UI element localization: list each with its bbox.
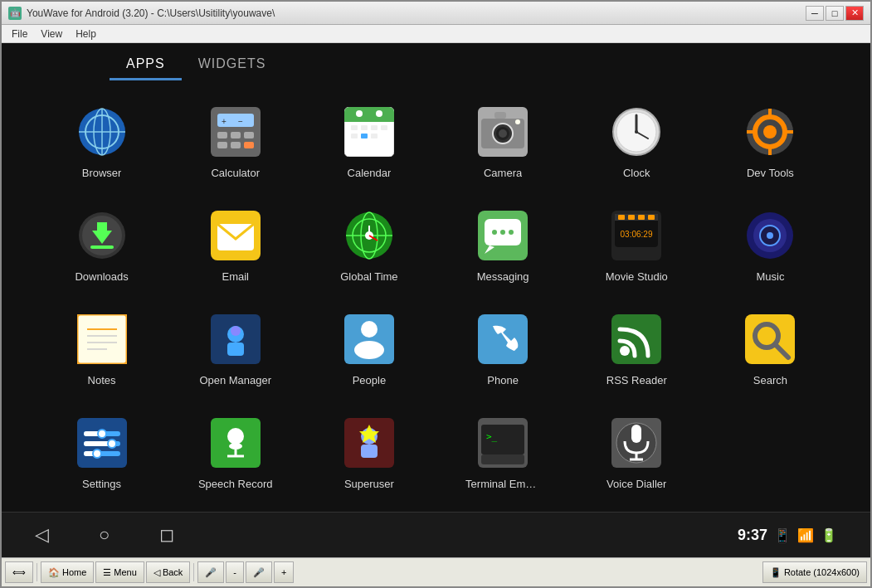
menu-bar: File View Help: [2, 25, 870, 43]
menu-help[interactable]: Help: [69, 27, 103, 41]
back-nav-button[interactable]: ◁: [35, 524, 49, 546]
svg-point-85: [231, 326, 241, 336]
tab-widgets[interactable]: WIDGETS: [182, 50, 283, 80]
taskbar-separator-2: [193, 563, 194, 581]
svg-rect-84: [227, 343, 244, 356]
app-icon-music: [740, 206, 800, 265]
rotate-button[interactable]: 📱 Rotate (1024x600): [762, 561, 867, 583]
app-item-downloads[interactable]: Downloads: [35, 192, 168, 296]
app-item-global-time[interactable]: Global Time: [302, 192, 436, 296]
app-label: Notes: [88, 374, 116, 386]
app-icon-messaging: [473, 206, 533, 265]
app-icon-downloads: [72, 206, 132, 265]
svg-rect-49: [90, 245, 114, 249]
svg-point-91: [620, 346, 630, 356]
app-item-camera[interactable]: Camera: [436, 89, 570, 192]
back-icon: ⟺: [12, 567, 26, 578]
taskbar-mic-plus-button[interactable]: +: [274, 561, 294, 583]
menu-file[interactable]: File: [5, 27, 34, 41]
status-battery-icon: 🔋: [821, 527, 837, 543]
app-item-voice-dialler[interactable]: Voice Dialler: [570, 400, 704, 503]
svg-rect-8: [231, 132, 241, 138]
svg-point-61: [492, 230, 497, 235]
svg-rect-9: [244, 132, 254, 138]
svg-rect-70: [638, 215, 645, 220]
app-label: Downloads: [75, 270, 128, 283]
app-item-terminal-emula...[interactable]: >_Terminal Emula...: [436, 400, 570, 503]
svg-rect-10: [217, 142, 227, 148]
svg-rect-107: [229, 443, 242, 450]
taskbar-mic-minus-button[interactable]: -: [226, 561, 244, 583]
svg-rect-25: [361, 134, 368, 138]
app-item-settings[interactable]: Settings: [35, 400, 168, 503]
svg-text:03:06:29: 03:06:29: [621, 230, 653, 239]
app-label: Voice Dialler: [607, 478, 666, 490]
svg-rect-44: [747, 130, 755, 134]
app-item-notes[interactable]: Notes: [35, 296, 168, 400]
app-icon-calendar: [339, 102, 399, 162]
svg-point-19: [376, 110, 382, 117]
svg-point-38: [635, 130, 638, 134]
title-bar: 🤖 YouWave for Android (3.20) - C:\Users\…: [2, 2, 870, 25]
app-icon-superuser: [339, 413, 399, 473]
taskbar-home-button[interactable]: 🏠 Home: [41, 561, 94, 583]
app-icon-dev-tools: [740, 102, 800, 162]
maximize-button[interactable]: □: [826, 6, 844, 21]
taskbar-back2-button[interactable]: ◁ Back: [146, 561, 190, 583]
home-nav-button[interactable]: ○: [99, 524, 110, 546]
app-item-search[interactable]: Search: [704, 296, 837, 400]
svg-point-101: [108, 440, 116, 448]
app-label: Global Time: [340, 270, 397, 283]
svg-rect-88: [354, 341, 384, 359]
svg-rect-20: [351, 125, 358, 130]
app-item-calculator[interactable]: +−Calculator: [168, 89, 302, 192]
taskbar-mic-icon[interactable]: 🎤: [197, 561, 224, 583]
svg-rect-112: [361, 445, 378, 458]
app-label: Browser: [82, 167, 122, 179]
taskbar-menu-button[interactable]: ☰ Menu: [95, 561, 144, 583]
app-icon-open-manager: [206, 309, 265, 369]
app-label: Speech Record: [198, 478, 273, 490]
home-icon: 🏠: [48, 567, 60, 578]
app-item-email[interactable]: Email: [168, 192, 302, 296]
tab-apps[interactable]: APPS: [110, 50, 182, 80]
app-item-browser[interactable]: Browser: [35, 89, 168, 192]
app-item-clock[interactable]: Clock: [570, 89, 704, 192]
menu-view[interactable]: View: [34, 27, 69, 41]
app-label: Settings: [82, 478, 121, 490]
taskbar-mic-icon2[interactable]: 🎤: [246, 561, 272, 583]
app-item-rss-reader[interactable]: RSS Reader: [570, 296, 704, 400]
app-item-superuser[interactable]: Superuser: [302, 400, 436, 503]
app-icon-people: [339, 309, 399, 369]
app-label: Music: [756, 270, 784, 283]
app-item-open-manager[interactable]: Open Manager: [168, 296, 302, 400]
svg-rect-11: [231, 142, 241, 148]
svg-point-41: [763, 125, 777, 138]
svg-rect-43: [768, 147, 772, 155]
recents-nav-button[interactable]: ◻: [159, 524, 174, 546]
taskbar-back-button[interactable]: ⟺: [5, 561, 33, 583]
app-label: Superuser: [344, 478, 394, 490]
app-item-music[interactable]: Music: [704, 192, 837, 296]
app-label: People: [353, 374, 386, 386]
app-item-movie-studio[interactable]: 03:06:29Movie Studio: [570, 192, 704, 296]
app-label: Open Manager: [199, 374, 271, 386]
app-icon-voice-dialler: [607, 413, 666, 473]
app-icon-phone: [473, 309, 533, 369]
app-item-calendar[interactable]: Calendar: [302, 89, 436, 192]
app-item-phone[interactable]: Phone: [436, 296, 570, 400]
app-label: Dev Tools: [747, 167, 794, 179]
svg-rect-89: [478, 314, 528, 364]
app-item-messaging[interactable]: Messaging: [436, 192, 570, 296]
app-item-speech-record[interactable]: Speech Record: [168, 400, 302, 503]
svg-point-62: [500, 230, 505, 235]
minimize-button[interactable]: ─: [806, 6, 824, 21]
app-item-dev-tools[interactable]: Dev Tools: [704, 89, 837, 192]
app-item-people[interactable]: People: [302, 296, 436, 400]
app-icon-movie-studio: 03:06:29: [607, 206, 666, 265]
close-button[interactable]: ✕: [845, 6, 864, 21]
app-label: Movie Studio: [606, 270, 668, 283]
svg-point-76: [767, 232, 773, 239]
title-bar-left: 🤖 YouWave for Android (3.20) - C:\Users\…: [8, 7, 275, 20]
svg-text:−: −: [238, 117, 243, 126]
